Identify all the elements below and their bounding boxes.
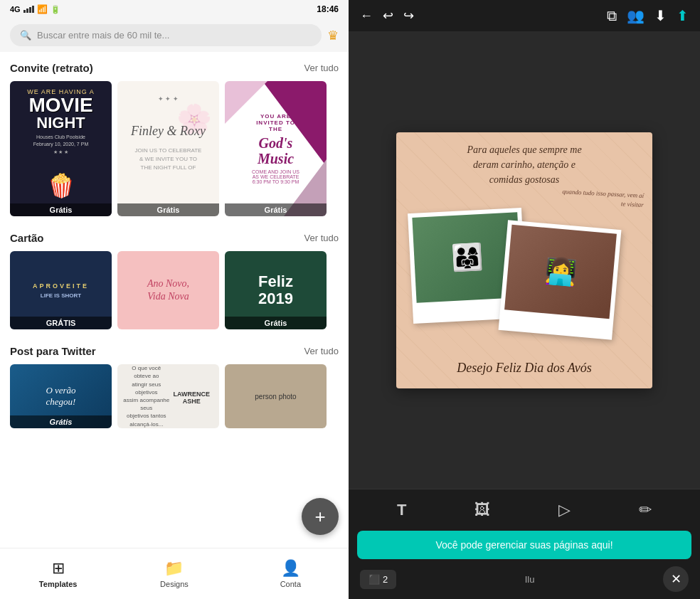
- video-tool-icon: ▷: [558, 501, 571, 519]
- wifi-icon: 📶: [37, 4, 48, 14]
- nav-item-conta[interactable]: 👤 Conta: [233, 553, 349, 594]
- draw-tool-icon: ✏: [639, 501, 652, 519]
- text-tool[interactable]: T: [397, 501, 406, 519]
- page-number: 2: [383, 574, 388, 585]
- templates-icon: ⊞: [52, 559, 65, 578]
- ver-tudo-twitter[interactable]: Ver tudo: [304, 346, 339, 356]
- section-title-twitter: Post para Twitter: [10, 345, 96, 357]
- canvas-area: Para aqueles que sempre me deram carinho…: [349, 31, 700, 489]
- image-tool[interactable]: 🖼: [474, 501, 490, 519]
- image-tool-icon: 🖼: [474, 501, 490, 519]
- section-cartao: Cartão Ver tudo APROVEITE LIFE IS SHORT …: [0, 222, 349, 335]
- fab-button[interactable]: +: [302, 498, 339, 535]
- draw-tool[interactable]: ✏: [639, 501, 652, 519]
- cartao-gratis-3: Grátis: [225, 317, 327, 329]
- section-header-twitter: Post para Twitter Ver tudo: [10, 345, 339, 357]
- battery-icon: 🔋: [51, 5, 60, 14]
- signal-bars: [23, 6, 34, 13]
- post-card-1[interactable]: O verãochegou! Grátis: [10, 364, 112, 428]
- redo-button[interactable]: ↪: [403, 8, 414, 23]
- post-gratis-1: Grátis: [10, 415, 112, 428]
- status-bar: 4G 📶 🔋 18:46: [0, 0, 349, 18]
- undo-button[interactable]: ↩: [383, 8, 393, 23]
- design-canvas[interactable]: Para aqueles que sempre me deram carinho…: [396, 132, 652, 388]
- ver-tudo-cartao[interactable]: Ver tudo: [304, 233, 339, 243]
- convite-card-3[interactable]: YOU ARE INVITED TO THE God'sMusic COME A…: [225, 81, 327, 216]
- convite-card-1[interactable]: WE ARE HAVING A MOVIE NIGHT Houses Club …: [10, 81, 112, 216]
- nav-item-templates[interactable]: ⊞ Templates: [0, 553, 116, 594]
- back-button[interactable]: ←: [360, 9, 373, 23]
- convite-card-2[interactable]: ✦ ✦ ✦ Finley & Roxy JOIN US TO CELEBRATE…: [117, 81, 219, 216]
- twitter-row: O verãochegou! Grátis O que você obteve …: [10, 364, 339, 428]
- search-placeholder: Buscar entre mais de 60 mil te...: [37, 30, 169, 41]
- bottom-nav: ⊞ Templates 📁 Designs 👤 Conta: [0, 548, 349, 599]
- post-card-3[interactable]: person photo: [225, 364, 327, 428]
- status-left: 4G 📶 🔋: [10, 4, 60, 14]
- gratis-badge-1: Grátis: [10, 203, 112, 216]
- right-panel: ← ↩ ↪ ⧉ 👥 ⬇ ⬆ Para aqueles que sempre me…: [349, 0, 700, 599]
- nav-label-templates: Templates: [39, 580, 78, 588]
- cartao-card-2[interactable]: Ano Novo,Vida Nova: [117, 251, 219, 329]
- bottom-toolbar: T 🖼 ▷ ✏: [349, 489, 700, 531]
- convite-row: WE ARE HAVING A MOVIE NIGHT Houses Club …: [10, 81, 339, 216]
- cartao-card-3[interactable]: Feliz2019 Grátis: [225, 251, 327, 329]
- page-badge[interactable]: ⬛ 2: [360, 570, 396, 589]
- section-title-convite: Convite (retrato): [10, 62, 93, 74]
- canvas-bottom-text: Desejo Feliz Dia dos Avós: [396, 361, 652, 376]
- content-scroll: Convite (retrato) Ver tudo WE ARE HAVING…: [0, 52, 349, 599]
- designs-icon: 📁: [164, 559, 184, 578]
- nav-item-designs[interactable]: 📁 Designs: [116, 553, 232, 594]
- more-label: Ilu: [525, 574, 535, 585]
- pages-icon: ⬛: [368, 574, 380, 585]
- status-time: 18:46: [317, 4, 339, 14]
- users-button[interactable]: 👥: [627, 7, 645, 24]
- section-convite: Convite (retrato) Ver tudo WE ARE HAVING…: [0, 52, 349, 222]
- gratis-badge-2: Grátis: [117, 203, 219, 216]
- ver-tudo-convite[interactable]: Ver tudo: [304, 63, 339, 73]
- gratis-badge-3: Grátis: [225, 203, 327, 216]
- share-button[interactable]: ⬆: [677, 7, 689, 24]
- tooltip-text: Você pode gerenciar suas páginas aqui!: [435, 539, 612, 551]
- close-button[interactable]: ✕: [663, 566, 689, 592]
- search-bar: 🔍 Buscar entre mais de 60 mil te... ♛: [0, 18, 349, 52]
- crown-icon[interactable]: ♛: [327, 28, 339, 43]
- polaroid-photo-2: 👩‍💻: [499, 220, 622, 339]
- post-card-2[interactable]: O que você obteve aoatingir seus objetiv…: [117, 364, 219, 428]
- canvas-top-text: Para aqueles que sempre me deram carinho…: [396, 142, 652, 187]
- status-right: 18:46: [317, 4, 339, 14]
- section-header-cartao: Cartão Ver tudo: [10, 232, 339, 244]
- tooltip-bar: Você pode gerenciar suas páginas aqui!: [357, 531, 691, 559]
- cartao-gratis-1: Grátis: [10, 317, 112, 329]
- download-button[interactable]: ⬇: [654, 7, 667, 24]
- nav-label-conta: Conta: [280, 580, 301, 588]
- cartao-card-1[interactable]: APROVEITE LIFE IS SHORT Grátis: [10, 251, 112, 329]
- editor-toolbar: ← ↩ ↪ ⧉ 👥 ⬇ ⬆: [349, 0, 700, 31]
- search-icon: 🔍: [20, 30, 31, 41]
- photo-inner-2: 👩‍💻: [504, 224, 617, 318]
- section-title-cartao: Cartão: [10, 232, 44, 244]
- close-icon: ✕: [671, 571, 682, 587]
- nav-label-designs: Designs: [160, 580, 189, 588]
- section-post-twitter: Post para Twitter Ver tudo O verãochegou…: [0, 335, 349, 434]
- search-input-wrapper[interactable]: 🔍 Buscar entre mais de 60 mil te...: [10, 24, 322, 46]
- text-tool-icon: T: [397, 501, 406, 519]
- section-header-convite: Convite (retrato) Ver tudo: [10, 62, 339, 74]
- video-tool[interactable]: ▷: [558, 501, 571, 519]
- wedding-names: Finley & Roxy: [117, 124, 219, 139]
- canvas-side-text: quando tudo isso passar, vem aíte visita…: [561, 187, 644, 209]
- conta-icon: 👤: [281, 559, 300, 578]
- network-icon: 4G: [10, 5, 21, 14]
- cartao-row: APROVEITE LIFE IS SHORT Grátis Ano Novo,…: [10, 251, 339, 329]
- page-row: ⬛ 2 Ilu ✕: [349, 559, 700, 599]
- duplicate-button[interactable]: ⧉: [607, 8, 617, 24]
- left-panel: 4G 📶 🔋 18:46 🔍 Buscar entre mais de 60 m…: [0, 0, 349, 599]
